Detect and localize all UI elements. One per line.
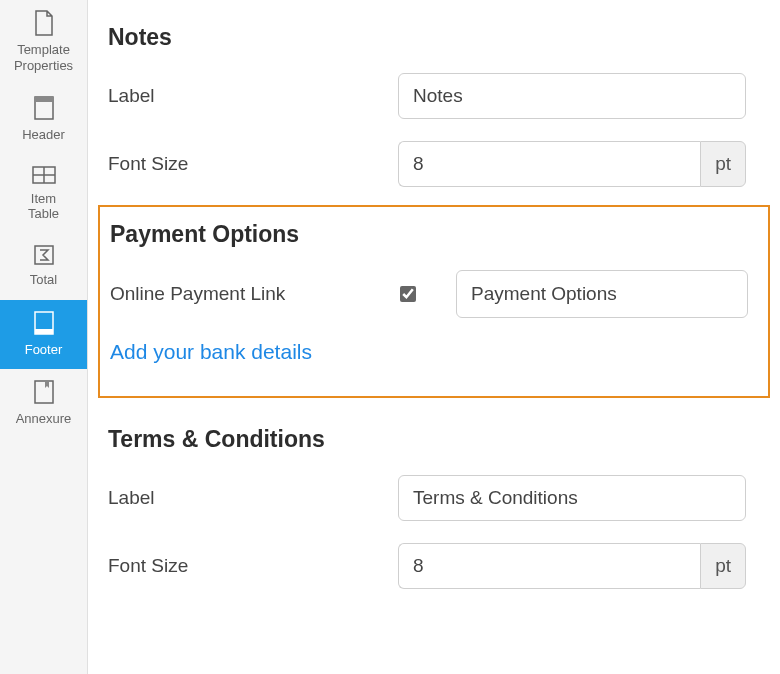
payment-online-caption: Online Payment Link [110, 283, 400, 305]
notes-label-input[interactable] [398, 73, 746, 119]
svg-rect-1 [35, 97, 53, 102]
notes-label-caption: Label [108, 85, 398, 107]
sidebar-item-label: Item Table [28, 191, 59, 222]
svg-rect-8 [35, 381, 53, 403]
sidebar-item-annexure[interactable]: Annexure [0, 369, 87, 439]
sidebar-item-item-table[interactable]: Item Table [0, 155, 87, 234]
add-bank-details-link[interactable]: Add your bank details [110, 340, 312, 364]
terms-fontsize-row: Font Size pt [108, 543, 760, 589]
payment-online-checkbox[interactable] [400, 286, 416, 302]
sidebar-item-label: Footer [25, 342, 63, 358]
main-panel: Notes Label Font Size pt Payment Options… [88, 0, 780, 674]
terms-section: Terms & Conditions Label Font Size pt [108, 420, 760, 607]
payment-bank-row: Add your bank details [110, 340, 758, 364]
bookmark-page-icon [33, 379, 55, 405]
document-icon [33, 10, 55, 36]
notes-fontsize-row: Font Size pt [108, 141, 760, 187]
terms-label-row: Label [108, 475, 760, 521]
table-icon [31, 165, 57, 185]
sidebar-item-label: Header [22, 127, 65, 143]
payment-options-section: Payment Options Online Payment Link Add … [98, 205, 770, 398]
sidebar: Template Properties Header Item Table To… [0, 0, 88, 674]
section-title-notes: Notes [108, 24, 760, 51]
sidebar-item-label: Template Properties [14, 42, 73, 73]
section-title-payment: Payment Options [110, 221, 758, 248]
notes-fontsize-input[interactable] [398, 141, 700, 187]
sidebar-item-header[interactable]: Header [0, 85, 87, 155]
notes-fontsize-unit: pt [700, 141, 746, 187]
notes-section: Notes Label Font Size pt [108, 18, 760, 205]
terms-fontsize-unit: pt [700, 543, 746, 589]
notes-fontsize-caption: Font Size [108, 153, 398, 175]
sidebar-item-template-properties[interactable]: Template Properties [0, 0, 87, 85]
sidebar-item-label: Total [30, 272, 57, 288]
sidebar-item-footer[interactable]: Footer [0, 300, 87, 370]
footer-icon [33, 310, 55, 336]
terms-label-input[interactable] [398, 475, 746, 521]
terms-label-caption: Label [108, 487, 398, 509]
sidebar-item-total[interactable]: Total [0, 234, 87, 300]
payment-online-row: Online Payment Link [110, 270, 758, 318]
svg-rect-7 [35, 329, 53, 334]
terms-fontsize-input[interactable] [398, 543, 700, 589]
terms-fontsize-caption: Font Size [108, 555, 398, 577]
section-title-terms: Terms & Conditions [108, 426, 760, 453]
sidebar-item-label: Annexure [16, 411, 72, 427]
notes-label-row: Label [108, 73, 760, 119]
header-icon [33, 95, 55, 121]
payment-online-input[interactable] [456, 270, 748, 318]
sigma-icon [33, 244, 55, 266]
